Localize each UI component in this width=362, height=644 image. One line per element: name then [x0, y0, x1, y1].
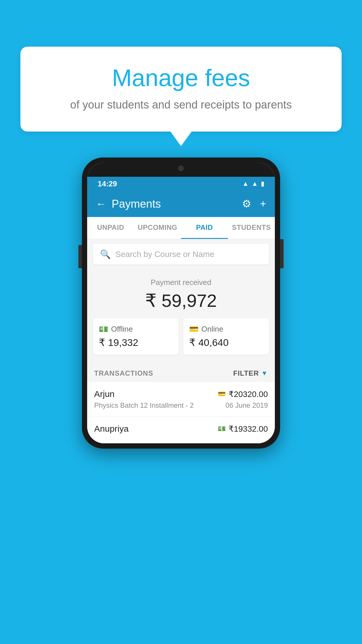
transaction-amount-row: 💵 ₹19332.00 — [218, 424, 268, 434]
status-icons: ▲ ▲ ▮ — [242, 180, 264, 188]
filter-button[interactable]: FILTER ▼ — [233, 369, 268, 377]
transaction-name: Anupriya — [94, 424, 129, 434]
offline-card: 💵 Offline ₹ 19,332 — [93, 318, 179, 355]
online-card: 💳 Online ₹ 40,640 — [183, 318, 269, 355]
phone-notch — [87, 163, 275, 177]
table-row[interactable]: Arjun 💳 ₹20320.00 Physics Batch 12 Insta… — [87, 382, 275, 417]
camera — [178, 166, 184, 171]
tab-paid[interactable]: PAID — [181, 217, 228, 239]
wifi-icon: ▲ — [242, 180, 249, 188]
payment-total-amount: ₹ 59,972 — [93, 290, 269, 311]
speech-bubble-subtitle: of your students and send receipts to pa… — [44, 99, 318, 111]
search-input[interactable]: Search by Course or Name — [115, 250, 214, 259]
signal-icon: ▲ — [252, 180, 258, 188]
transaction-detail: Physics Batch 12 Installment - 2 — [94, 401, 194, 410]
tabs: UNPAID UPCOMING PAID STUDENTS — [87, 217, 275, 239]
transaction-amount-row: 💳 ₹20320.00 — [218, 389, 268, 399]
status-bar: 14:29 ▲ ▲ ▮ — [87, 177, 275, 191]
table-row[interactable]: Anupriya 💵 ₹19332.00 — [87, 417, 275, 443]
speech-bubble: Manage fees of your students and send re… — [20, 47, 342, 132]
back-button[interactable]: ← — [96, 198, 106, 210]
notch-bump — [158, 163, 204, 174]
payment-received-label: Payment received — [93, 278, 269, 287]
transaction-amount: ₹20320.00 — [229, 389, 268, 399]
add-icon[interactable]: + — [260, 198, 266, 210]
offline-label: Offline — [111, 325, 133, 334]
app-bar-left: ← Payments — [96, 198, 161, 210]
card-icon: 💳 — [189, 325, 198, 334]
card-payment-icon: 💳 — [218, 390, 226, 398]
search-container: 🔍 Search by Course or Name — [87, 239, 275, 269]
app-bar: ← Payments ⚙ + — [87, 191, 275, 217]
speech-bubble-container: Manage fees of your students and send re… — [20, 47, 342, 132]
app-bar-title: Payments — [112, 198, 161, 210]
online-label: Online — [201, 325, 223, 334]
speech-bubble-title: Manage fees — [44, 64, 318, 92]
transactions-label: TRANSACTIONS — [94, 369, 153, 377]
search-icon: 🔍 — [100, 249, 111, 259]
payment-summary: Payment received ₹ 59,972 💵 Offline ₹ 19… — [87, 269, 275, 363]
transaction-row-top: Anupriya 💵 ₹19332.00 — [94, 424, 268, 434]
transaction-row-bottom: Physics Batch 12 Installment - 2 06 June… — [94, 401, 268, 410]
status-time: 14:29 — [98, 179, 117, 188]
settings-icon[interactable]: ⚙ — [242, 198, 251, 210]
payment-cards: 💵 Offline ₹ 19,332 💳 Online ₹ 40,640 — [93, 318, 269, 355]
transaction-list: Arjun 💳 ₹20320.00 Physics Batch 12 Insta… — [87, 382, 275, 443]
online-amount: ₹ 40,640 — [189, 337, 263, 348]
transactions-header: TRANSACTIONS FILTER ▼ — [87, 363, 275, 382]
tab-upcoming[interactable]: UPCOMING — [134, 217, 181, 239]
phone-inner: 14:29 ▲ ▲ ▮ ← Payments ⚙ + — [87, 163, 275, 443]
filter-icon: ▼ — [261, 370, 268, 377]
app-bar-right: ⚙ + — [242, 198, 266, 210]
cash-icon: 💵 — [99, 325, 108, 334]
cash-payment-icon: 💵 — [218, 425, 226, 433]
offline-amount: ₹ 19,332 — [99, 337, 173, 348]
online-card-header: 💳 Online — [189, 325, 263, 334]
transaction-date: 06 June 2019 — [226, 401, 268, 410]
transaction-row-top: Arjun 💳 ₹20320.00 — [94, 389, 268, 399]
offline-card-header: 💵 Offline — [99, 325, 173, 334]
battery-icon: ▮ — [261, 180, 264, 188]
phone-mockup: 14:29 ▲ ▲ ▮ ← Payments ⚙ + — [82, 158, 280, 449]
filter-label: FILTER — [233, 369, 259, 377]
transaction-amount: ₹19332.00 — [229, 424, 268, 434]
transaction-name: Arjun — [94, 389, 115, 399]
phone-outer: 14:29 ▲ ▲ ▮ ← Payments ⚙ + — [82, 158, 280, 449]
tab-unpaid[interactable]: UNPAID — [87, 217, 134, 239]
tab-students[interactable]: STUDENTS — [228, 217, 275, 239]
search-box[interactable]: 🔍 Search by Course or Name — [93, 244, 269, 265]
